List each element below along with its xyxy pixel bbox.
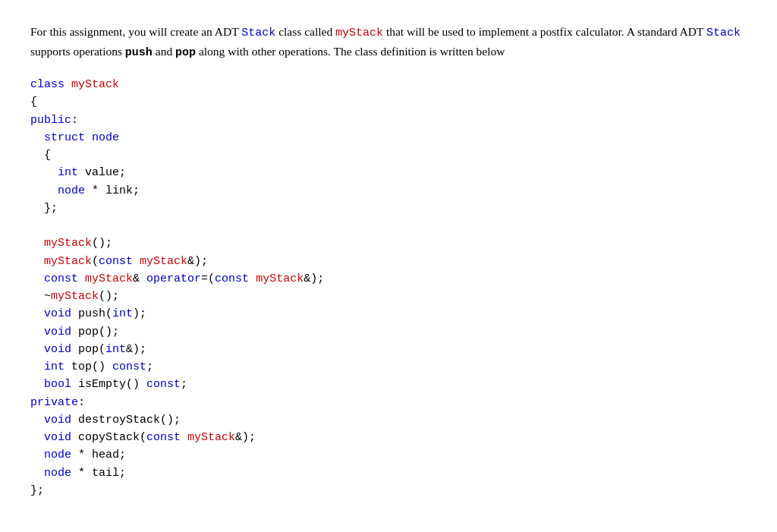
code-line-10: myStack(); [30, 235, 747, 252]
mystack-inline-1: myStack [335, 27, 383, 39]
code-line-3: public: [30, 112, 747, 129]
code-line-11: myStack(const myStack&); [30, 253, 747, 270]
code-line-22: node * head; [30, 446, 747, 464]
description-paragraph: For this assignment, you will create an … [30, 23, 747, 62]
code-line-15: void pop(); [30, 323, 747, 341]
code-line-19: private: [30, 394, 747, 411]
code-block: class myStack { public: struct node { in… [30, 76, 747, 499]
code-line-1: class myStack [30, 76, 747, 93]
code-line-8: }; [30, 200, 747, 217]
code-line-24: }; [30, 482, 747, 499]
pop-inline: pop [175, 46, 196, 59]
code-line-12: const myStack& operator=(const myStack&)… [30, 270, 747, 288]
code-line-21: void copyStack(const myStack&); [30, 429, 747, 446]
code-line-6: int value; [30, 164, 747, 181]
code-line-4: struct node [30, 129, 747, 146]
stack-inline-1: Stack [241, 27, 275, 39]
code-line-17: int top() const; [30, 358, 747, 376]
code-line-23: node * tail; [30, 464, 747, 482]
code-line-2: { [30, 93, 747, 111]
push-inline: push [125, 46, 153, 59]
code-line-18: bool isEmpty() const; [30, 376, 747, 393]
code-line-20: void destroyStack(); [30, 411, 747, 429]
code-line-14: void push(int); [30, 305, 747, 323]
stack-inline-2: Stack [706, 27, 741, 39]
code-line-5: { [30, 146, 747, 164]
code-line-13: ~myStack(); [30, 288, 747, 305]
code-line-16: void pop(int&); [30, 341, 747, 358]
code-line-9 [30, 217, 747, 235]
code-line-7: node * link; [30, 182, 747, 200]
